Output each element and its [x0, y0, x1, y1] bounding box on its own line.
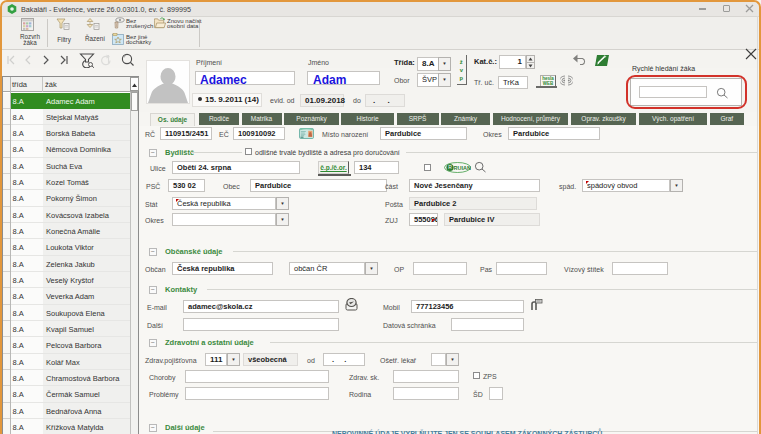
svg-text:RUIAN: RUIAN: [454, 165, 471, 171]
svg-text:R: R: [448, 164, 452, 170]
